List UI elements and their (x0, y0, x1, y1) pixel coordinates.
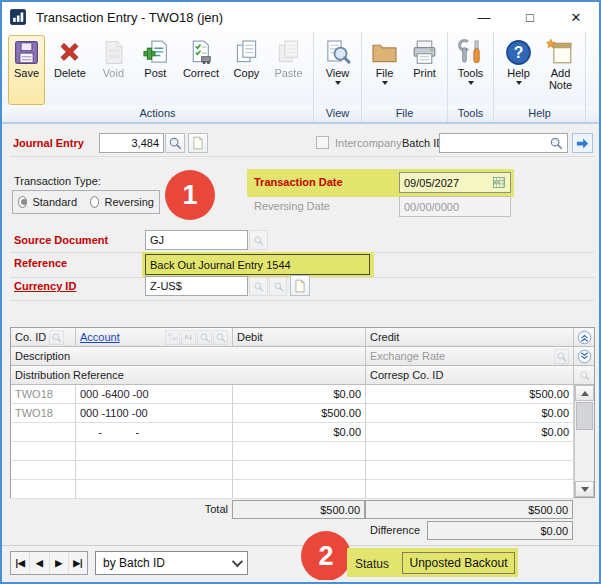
col-header-debit: Debit (233, 328, 366, 347)
cell-account[interactable] (76, 480, 233, 499)
cell-co-id[interactable]: TWO18 (11, 385, 76, 404)
batch-id-expansion-button[interactable] (572, 133, 593, 153)
difference-value: $0.00 (427, 521, 573, 540)
ribbon-group-label-file: File (362, 105, 447, 122)
scrollbar-thumb[interactable] (576, 402, 593, 430)
print-button[interactable]: Print (406, 35, 443, 105)
cell-credit[interactable] (366, 442, 574, 461)
currency-id-field[interactable]: Z-US$ (145, 276, 248, 296)
cell-debit[interactable]: $0.00 (233, 385, 366, 404)
paste-button: Paste (270, 35, 307, 105)
record-navigation: |◀ ◀ ▶ ▶| (10, 551, 88, 575)
account-alias-icon (181, 330, 196, 345)
post-button[interactable]: Post (137, 35, 174, 105)
cell-account[interactable]: 000 -1100 -00 (76, 404, 233, 423)
reference-field[interactable]: Back Out Journal Entry 1544 (145, 254, 370, 275)
cell-credit[interactable] (366, 461, 574, 480)
double-chevron-up-icon (577, 330, 592, 345)
minimize-button[interactable]: — (461, 2, 507, 32)
status-value: Unposted Backout (402, 552, 515, 574)
cell-co-id[interactable] (11, 423, 76, 442)
callout-2: 2 (301, 531, 351, 580)
standard-radio[interactable] (18, 196, 27, 208)
batch-id-lookup-icon[interactable] (549, 136, 563, 150)
journal-entry-field[interactable]: 3,484 (99, 133, 164, 153)
cell-co-id[interactable] (11, 480, 76, 499)
batch-id-field[interactable] (439, 133, 568, 153)
tools-button[interactable]: Tools (452, 35, 489, 105)
cell-account[interactable] (76, 442, 233, 461)
add-note-icon (546, 38, 575, 67)
cell-credit[interactable]: $0.00 (366, 404, 574, 423)
ribbon-group-actions: Save Delete Void Post Correct Copy Paste… (2, 32, 314, 122)
ribbon-filler (586, 32, 599, 122)
currency-note-button[interactable] (290, 275, 310, 296)
callout-1: 1 (165, 170, 215, 220)
account-link[interactable]: Account (80, 331, 120, 343)
cell-co-id[interactable] (11, 461, 76, 480)
cell-debit[interactable]: $0.00 (233, 423, 366, 442)
account-lookup-icon (197, 330, 212, 345)
first-record-button[interactable]: |◀ (11, 552, 30, 574)
journal-entry-lookup-button[interactable] (165, 133, 185, 153)
maximize-button[interactable]: □ (507, 2, 553, 32)
last-record-button[interactable]: ▶| (69, 552, 87, 574)
previous-record-button[interactable]: ◀ (30, 552, 49, 574)
cell-debit[interactable]: $500.00 (233, 404, 366, 423)
next-record-button[interactable]: ▶ (50, 552, 69, 574)
save-button[interactable]: Save (8, 35, 45, 105)
help-button[interactable]: Help (500, 35, 537, 105)
reversing-date-label: Reversing Date (254, 200, 330, 212)
expand-rows-button[interactable] (576, 348, 592, 364)
save-icon (12, 38, 41, 67)
view-button[interactable]: View (319, 35, 356, 105)
delete-button[interactable]: Delete (50, 35, 90, 105)
cell-credit[interactable] (366, 480, 574, 499)
ribbon-group-view: View View (314, 32, 362, 122)
file-dropdown-caret (382, 81, 388, 88)
cell-account[interactable] (76, 461, 233, 480)
collapse-rows-button[interactable] (576, 329, 592, 345)
cell-credit[interactable]: $500.00 (366, 385, 574, 404)
transaction-date-field[interactable]: 09/05/2027 (399, 172, 511, 193)
cell-account[interactable]: - - (76, 423, 233, 442)
currency-expansion-button (269, 276, 287, 296)
source-document-field[interactable]: GJ (145, 230, 248, 250)
grid-scrollbar[interactable] (574, 385, 594, 497)
add-note-button[interactable]: Add Note (542, 35, 579, 105)
ribbon-group-file: File Print File (362, 32, 448, 122)
close-button[interactable]: ✕ (553, 2, 599, 32)
window-controls: — □ ✕ (461, 2, 599, 32)
sort-by-dropdown[interactable]: by Batch ID (95, 551, 248, 575)
blue-arrow-icon (575, 136, 590, 151)
cell-debit[interactable] (233, 461, 366, 480)
journal-entry-note-button[interactable] (188, 133, 208, 153)
cell-co-id[interactable] (11, 442, 76, 461)
file-button[interactable]: File (366, 35, 403, 105)
paste-icon (274, 38, 303, 67)
account-lookup2-icon (213, 330, 228, 345)
copy-button[interactable]: Copy (228, 35, 265, 105)
cell-debit[interactable] (233, 480, 366, 499)
journal-entry-label: Journal Entry (13, 137, 84, 149)
scroll-up-button[interactable] (575, 385, 594, 401)
copy-icon (232, 38, 261, 67)
scroll-down-button[interactable] (575, 481, 594, 497)
app-logo-icon (9, 8, 27, 26)
calendar-icon[interactable] (492, 176, 506, 189)
transaction-date-label: Transaction Date (254, 176, 343, 188)
correct-button[interactable]: Correct (179, 35, 223, 105)
search-icon (168, 136, 182, 150)
void-button: Void (95, 35, 132, 105)
cell-co-id[interactable]: TWO18 (11, 404, 76, 423)
cell-credit[interactable]: $0.00 (366, 423, 574, 442)
reversing-radio[interactable] (90, 196, 99, 208)
total-credit: $500.00 (365, 500, 573, 519)
standard-radio-label: Standard (32, 196, 77, 208)
col-header-distribution-reference: Distribution Reference (11, 366, 366, 385)
ribbon-group-help: Help Add Note Help (494, 32, 586, 122)
cell-debit[interactable] (233, 442, 366, 461)
cell-account[interactable]: 000 -6400 -00 (76, 385, 233, 404)
account-hierarchy-icon (165, 330, 180, 345)
currency-id-label[interactable]: Currency ID (14, 280, 76, 292)
